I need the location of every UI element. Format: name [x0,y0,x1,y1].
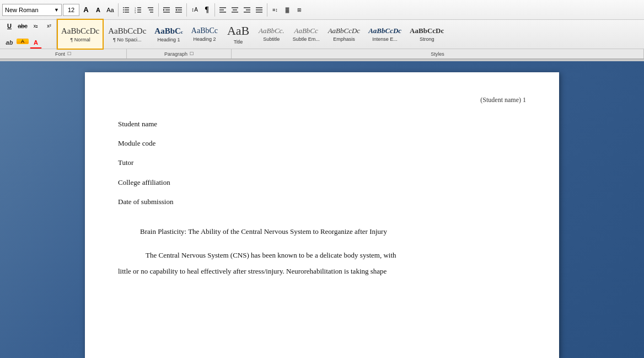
date-line: Date of submission [118,195,526,208]
style-emphasis[interactable]: AaBbCcDc Emphasis [324,19,364,50]
document-page[interactable]: (Student name) 1 Student name Module cod… [85,72,559,358]
style-no-spacing-preview: AaBbCcDc [108,26,146,36]
font-size-box[interactable]: 12 [63,4,79,16]
separator1 [118,3,119,17]
tutor-line: Tutor [118,156,526,169]
style-subtitle-preview: AaBbCc. [259,26,285,35]
style-strong-label: Strong [420,36,434,42]
font-group-label: Font ☐ [0,49,127,58]
font-name-dropdown-icon[interactable]: ▼ [54,7,59,13]
styles-section: AaBbCcDc ¶ Normal AaBbCcDc ¶ No Spaci...… [57,19,448,50]
font-size-value: 12 [68,7,74,13]
style-subtitle-label: Subtitle [263,36,280,42]
bold-btn[interactable]: U [3,20,15,32]
style-intense-emphasis-label: Intense E... [372,36,398,42]
ribbon: New Roman ▼ 12 A A Aa 1.2.3. [0,0,644,59]
text-align-group [217,4,265,15]
ribbon-group-labels: Font ☐ Paragraph ☐ Styles [0,49,644,58]
ribbon-top-row: New Roman ▼ 12 A A Aa 1.2.3. [0,0,644,20]
style-heading1-label: Heading 1 [158,37,180,42]
increase-font-btn[interactable]: A [80,4,92,15]
bullets-btn[interactable] [121,4,132,15]
justify-btn[interactable] [254,4,265,15]
style-subtle-emphasis-label: Subtle Em... [293,36,320,42]
style-heading1-preview: AaBbCc [154,26,183,36]
change-case-btn[interactable]: Aa [105,4,116,15]
subscript-btn[interactable]: x₂ [30,20,42,32]
style-normal[interactable]: AaBbCcDc ¶ Normal [57,19,104,50]
superscript-btn[interactable]: x² [43,20,55,32]
tutor-text: Tutor [118,158,133,167]
align-right-btn[interactable] [242,4,253,15]
style-emphasis-label: Emphasis [333,36,355,42]
style-intense-emphasis-preview: AaBbCcDc [368,26,401,35]
title-line: Brain Plasticity: The Ability of the Cen… [118,225,526,238]
style-no-spacing-label: ¶ No Spaci... [113,37,141,42]
style-subtle-emphasis-preview: AaBbCc [294,26,318,35]
decrease-indent-btn[interactable] [161,4,172,15]
styles-group-label: Styles [232,49,644,58]
college-line: College affiliation [118,176,526,189]
svg-point-5 [123,12,124,13]
page-area: (Student name) 1 Student name Module cod… [0,61,644,358]
style-no-spacing[interactable]: AaBbCcDc ¶ No Spaci... [104,19,150,50]
ribbon-second-row: U abc x₂ x² ab A A AaBbCcDc ¶ Normal AaB… [0,20,644,49]
paragraph2-text: little or no capability to heal effectiv… [118,267,387,275]
svg-text:3.: 3. [135,11,136,14]
separator5 [267,3,267,17]
svg-point-3 [123,7,124,8]
line-spacing-btn[interactable]: ≡↕ [270,4,281,15]
paragraph1-line: The Central Nervous System (CNS) has bee… [118,249,526,261]
paragraph-group-expand[interactable]: ☐ [190,51,194,56]
alignment-group [161,4,184,15]
style-emphasis-preview: AaBbCcDc [328,26,360,35]
style-title[interactable]: AaB Title [222,19,254,50]
student-name-text: Student name [118,120,157,128]
align-center-btn[interactable] [229,4,240,15]
style-strong[interactable]: AaBbCcDc Strong [406,19,448,50]
module-code-text: Module code [118,139,155,147]
increase-indent-btn[interactable] [173,4,184,15]
svg-marker-18 [163,9,165,11]
style-strong-preview: AaBbCcDc [410,26,444,35]
style-heading1[interactable]: AaBbCc Heading 1 [151,19,187,50]
multilevel-list-btn[interactable] [145,4,156,15]
paragraph2-line: little or no capability to heal effectiv… [118,265,526,277]
style-subtle-emphasis[interactable]: AaBbCc Subtle Em... [289,19,324,50]
decrease-font-btn[interactable]: A [93,4,104,15]
sort-btn[interactable]: ↕A [189,4,200,15]
numbered-list-btn[interactable]: 1.2.3. [133,4,144,15]
show-marks-btn[interactable]: ¶ [201,4,212,15]
style-subtitle[interactable]: AaBbCc. Subtitle [255,19,288,50]
college-text: College affiliation [118,178,170,186]
font-color-btn[interactable]: A [30,36,42,49]
page-body: Student name Module code Tutor College a… [118,117,526,278]
separator2 [158,3,159,17]
style-heading2-preview: AaBbCc [191,26,218,36]
align-left-btn[interactable] [217,4,228,15]
text-effects-btn[interactable]: ab [3,36,15,49]
style-intense-emphasis[interactable]: AaBbCcDc Intense E... [364,19,405,50]
shading-btn[interactable]: ▓ [282,4,293,15]
paragraph-group-label: Paragraph ☐ [127,49,232,58]
strikethrough-btn[interactable]: abc [17,20,29,32]
style-heading2[interactable]: AaBbCc Heading 2 [187,19,222,50]
spacing-group: ≡↕ ▓ ⊞ [270,4,305,15]
font-selector: New Roman ▼ 12 A A Aa [2,4,116,16]
svg-marker-22 [175,9,177,11]
style-heading2-label: Heading 2 [193,36,216,42]
separator3 [186,3,187,17]
list-icons-group: 1.2.3. [121,4,156,15]
borders-btn[interactable]: ⊞ [294,4,305,15]
sort-group: ↕A ¶ [189,4,212,15]
svg-point-4 [123,9,124,10]
style-normal-preview: AaBbCcDc [61,26,99,36]
highlight-btn[interactable]: A [17,39,29,44]
font-name-label: New Roman [5,7,39,13]
module-code-line: Module code [118,137,526,149]
font-format-group: U abc x₂ x² ab A A [2,19,57,50]
font-group-expand[interactable]: ☐ [67,51,71,56]
font-name-box[interactable]: New Roman ▼ [2,4,62,16]
document-title: Brain Plasticity: The Ability of the Cen… [140,227,387,236]
separator4 [214,3,215,17]
